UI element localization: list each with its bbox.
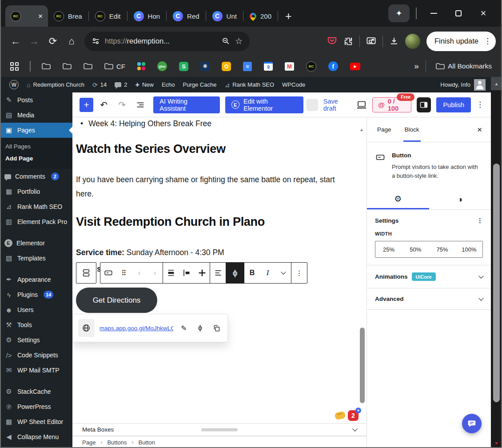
browser-tab[interactable]: CUnt [207, 7, 243, 25]
bookmark-youtube[interactable]: ▶ [347, 63, 363, 70]
heading-watch-series[interactable]: Watch the Series Overview [76, 142, 226, 156]
adminbar-rank-math-seo[interactable]: ⊿Rank Math SEO [220, 81, 278, 88]
bookmark-facebook[interactable]: f [325, 61, 341, 71]
width-option-25[interactable]: 25% [375, 241, 402, 257]
bookmark-docs[interactable]: ≡ [240, 62, 255, 71]
link-url[interactable]: maps.app.goo.gl/MoJhkwLC... [100, 325, 173, 332]
new-tab-button[interactable]: + [285, 10, 292, 23]
submenu-item-all-pages[interactable]: All Pages [0, 140, 72, 152]
finish-update-button[interactable]: Finish update ⋮ [426, 32, 496, 51]
browser-tab[interactable]: RCEdit [89, 7, 127, 25]
bookmark-gmail[interactable]: M [282, 62, 297, 71]
adminbar-redemption-church[interactable]: ⌂Redemption Church [23, 81, 88, 88]
breadcrumb-item-button[interactable]: Button [138, 439, 155, 446]
scroll-down-icon[interactable]: ▼ [491, 440, 502, 446]
sidebar-item-element-pack-pro[interactable]: ▥Element Pack Pro [0, 214, 72, 229]
tab-page[interactable]: Page [371, 117, 398, 142]
bookmark-folder[interactable] [39, 63, 54, 70]
browser-tab[interactable]: CHon [128, 7, 166, 25]
service-time-paragraph[interactable]: Service time: Sunday Afternoon - 4:30 PM [76, 245, 354, 260]
browser-tab[interactable]: CRed [167, 7, 205, 25]
adminbar-new[interactable]: +New [131, 81, 158, 89]
sidebar-item-stackcache[interactable]: ⚙StackCache [0, 384, 72, 399]
bookmark-gloo[interactable]: gloo [154, 61, 170, 71]
address-bar[interactable]: https://redemption... ☆ [84, 32, 250, 51]
url-text[interactable]: https://redemption... [105, 37, 217, 45]
heading-visit-church[interactable]: Visit Redemption Church in Plano [76, 215, 265, 229]
bookmark-subsplash[interactable]: S [176, 62, 191, 71]
sidebar-item-wp-sheet-editor[interactable]: ▦WP Sheet Editor [0, 414, 72, 429]
sidebar-item-pages[interactable]: ▣Pages [0, 123, 72, 138]
pocket-icon[interactable] [327, 36, 337, 46]
browser-tab[interactable]: 200 [244, 7, 277, 25]
width-option-100[interactable]: 100% [456, 241, 482, 257]
bookmarks-overflow-icon[interactable]: » [414, 61, 419, 71]
tab-close-icon[interactable]: × [38, 12, 43, 20]
sidebar-item-media[interactable]: ▤Media [0, 108, 72, 123]
minimize-button[interactable] [421, 0, 446, 27]
breadcrumb-item-page[interactable]: Page [82, 439, 96, 446]
save-draft-button[interactable]: Save draft [323, 98, 351, 112]
close-window-button[interactable]: × [471, 0, 496, 27]
zoom-out-icon[interactable] [222, 37, 230, 45]
adminbar-2[interactable]: 2 [111, 81, 131, 88]
sidebar-item-templates[interactable]: ▧Templates [0, 251, 72, 266]
download-icon[interactable] [389, 36, 399, 46]
position-icon[interactable] [194, 263, 210, 283]
settings-sidebar-toggle[interactable] [417, 97, 431, 112]
scroll-up-icon[interactable]: ▲ [491, 77, 502, 90]
unlink-icon[interactable]: ϕ [195, 324, 206, 332]
bold-icon[interactable]: B [244, 263, 260, 283]
editor-canvas[interactable]: •Week 4: Helping Others Break Free Watch… [72, 117, 367, 448]
breadcrumb-item-buttons[interactable]: Buttons [107, 439, 127, 446]
browser-tab[interactable]: RC× [5, 5, 48, 27]
rank-math-score-button[interactable]: @ 0 / 100 Free [372, 97, 411, 112]
sidebar-item-powerpress[interactable]: ℗PowerPress [0, 399, 72, 414]
styles-tab-icon[interactable]: ◑ [429, 189, 491, 209]
page-scrollbar[interactable]: ▲ ▼ [491, 77, 502, 448]
bookmark-folder[interactable]: CF [101, 63, 128, 70]
get-directions-button[interactable]: Get Directions [76, 288, 157, 313]
link-icon-active[interactable]: ϕ [226, 263, 244, 283]
canvas-scroll-up-icon[interactable]: ▲ [359, 127, 364, 132]
sidebar-item-posts[interactable]: ✎Posts [0, 92, 72, 108]
back-icon[interactable]: ← [6, 32, 25, 51]
forward-icon[interactable]: → [25, 32, 44, 51]
width-option-75[interactable]: 75% [429, 241, 456, 257]
home-icon[interactable]: ⌂ [62, 32, 81, 51]
sparkle-icon[interactable]: ✦ [388, 4, 410, 22]
list-item[interactable]: •Week 4: Helping Others Break Free [80, 119, 211, 128]
advanced-panel[interactable]: Advanced [367, 288, 491, 310]
align-icon[interactable] [163, 263, 179, 283]
animations-panel[interactable]: Animations UiCore [367, 265, 491, 288]
edit-with-elementor-button[interactable]: E Edit with Elementor [225, 96, 304, 113]
bookmark-rc[interactable]: RC [303, 61, 319, 72]
italic-icon[interactable]: I [260, 263, 275, 283]
adminbar-echo[interactable]: Echo [158, 81, 179, 88]
bookmark-slack[interactable] [134, 62, 148, 70]
close-sidebar-icon[interactable]: × [472, 125, 487, 135]
adminbar-wpcode[interactable]: WPCode [278, 81, 309, 88]
reload-icon[interactable]: ⟳ [44, 32, 62, 51]
sidebar-item-comments[interactable]: Comments2 [0, 169, 72, 184]
maximize-button[interactable] [446, 0, 471, 27]
site-settings-icon[interactable] [92, 37, 100, 45]
edit-link-icon[interactable]: ✎ [178, 324, 190, 332]
vertical-align-icon[interactable] [179, 263, 194, 283]
sidebar-item-tools[interactable]: ⚒Tools [0, 317, 72, 332]
select-parent-buttons-block[interactable] [76, 262, 96, 284]
resize-handle[interactable] [201, 428, 238, 431]
sidebar-item-rank-math-seo[interactable]: ⊿Rank Math SEO [0, 199, 72, 214]
sidebar-item-appearance[interactable]: ✒Appearance [0, 272, 72, 287]
adminbar-14[interactable]: ⟳14 [88, 81, 111, 88]
publish-button[interactable]: Publish [436, 97, 471, 112]
meta-boxes-panel[interactable]: Meta Boxes [72, 423, 367, 436]
all-bookmarks-button[interactable]: All Bookmarks [433, 62, 495, 70]
button-block-icon[interactable] [100, 263, 116, 283]
redo-icon[interactable]: ↷ [114, 97, 130, 113]
move-left-icon[interactable]: ‹ [131, 263, 147, 283]
screen-search-icon[interactable] [366, 36, 376, 46]
preview-device-icon[interactable] [356, 100, 367, 109]
copy-link-icon[interactable] [211, 324, 222, 332]
sidebar-item-elementor[interactable]: EElementor [0, 236, 72, 251]
